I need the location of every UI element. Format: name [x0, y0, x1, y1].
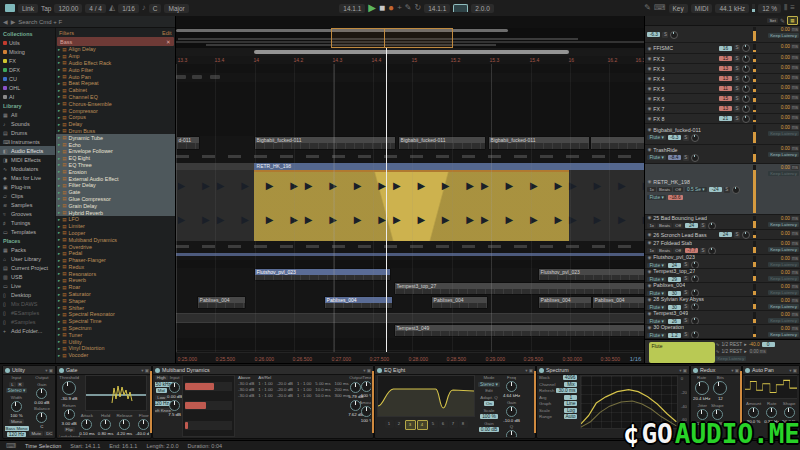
solo-button[interactable]: S — [683, 276, 689, 282]
device-item-filter-delay[interactable]: ▸▤Filter Delay — [56, 182, 175, 189]
clip-pablixes-004[interactable]: Pablixes_004 — [324, 296, 393, 309]
device-item-dynamic-tube[interactable]: ▸▤Dynamic Tube — [56, 134, 175, 141]
warp-off[interactable]: Off — [673, 248, 683, 253]
device-item-grain-delay[interactable]: ▸▤Grain Delay — [56, 202, 175, 209]
track-delay-value[interactable]: 0.00 — [781, 216, 790, 221]
play-button[interactable]: ▶ — [368, 3, 376, 13]
eq-band-8[interactable]: 8 — [459, 420, 468, 428]
track-activator-icon[interactable]: ◉ — [647, 56, 651, 61]
place-item-user-library[interactable]: ⌂User Library — [0, 254, 55, 263]
keep-latency-button[interactable]: Keep Latency — [768, 332, 799, 337]
value-mix[interactable]: Mix — [564, 382, 577, 387]
loop-region[interactable] — [254, 50, 569, 54]
track-volume[interactable]: 29 — [668, 277, 681, 282]
dropdown-stereo[interactable]: Stereo ▾ — [478, 382, 500, 387]
track-delay-value[interactable]: 0.00 — [781, 284, 790, 289]
clip-bigbabii-fucked-011[interactable]: Bigbabii_fucked-011 — [398, 136, 486, 150]
device-activator-toggle[interactable] — [155, 368, 160, 373]
solo-button[interactable]: S — [683, 262, 689, 268]
threshold-knob[interactable] — [62, 381, 76, 395]
time-ruler[interactable]: 1/16 0:25.0000:25.5000:26.0000:26.5000:2… — [176, 352, 645, 363]
mixer-track-fx-5[interactable]: ◉FX 511S0.00ms — [645, 84, 800, 94]
device-item-spectral-time[interactable]: ▸▤Spectral Time — [56, 318, 175, 325]
device-item-chorus-ensemble[interactable]: ▸▤Chorus-Ensemble — [56, 100, 175, 107]
device-item-delay[interactable]: ▸▤Delay — [56, 121, 175, 128]
value-0-00-db[interactable]: 0.00 dB — [479, 427, 500, 432]
warp-beats[interactable]: Beats — [657, 223, 672, 228]
loop-switch[interactable] — [453, 4, 468, 12]
sidebar-item-max-for-live[interactable]: ◈Max for Live — [0, 173, 55, 182]
device-item-shaper[interactable]: ▸▤Shaper — [56, 297, 175, 304]
main-delay-value[interactable]: 0.00 ms — [749, 349, 767, 354]
track-volume[interactable]: 24 — [719, 232, 732, 237]
track-activator-icon[interactable]: ◉ — [647, 116, 651, 121]
track-delay-unit[interactable]: ms — [791, 146, 799, 151]
sidebar-item-sounds[interactable]: ♪Sounds — [0, 119, 55, 128]
back-icon[interactable]: ◀ — [3, 18, 8, 25]
track-activator-icon[interactable]: ◉ — [647, 66, 651, 71]
device-item-eq-three[interactable]: ▸▤EQ Three — [56, 162, 175, 169]
device-activator-toggle[interactable] — [59, 368, 64, 373]
device-item-auto-pan[interactable]: ▸▤Auto Pan — [56, 73, 175, 80]
track-volume[interactable]: 16 — [719, 46, 732, 51]
device-item-reverb[interactable]: ▸▤Reverb — [56, 277, 175, 284]
keep-latency-button[interactable]: Keep Latency — [768, 171, 799, 176]
track-chooser[interactable]: 0.5 Se ▾ — [685, 187, 707, 192]
track-volume[interactable]: 13 — [719, 106, 732, 111]
device-item-hybrid-reverb[interactable]: ▸▤Hybrid Reverb — [56, 209, 175, 216]
release-knob[interactable] — [119, 419, 130, 430]
mixer-track-flutshov-pvl-023[interactable]: ◉Flutshov_pvl_023Flute ▾24S0.00msKeep La… — [645, 255, 800, 269]
warp-off[interactable]: Off — [673, 187, 683, 192]
device-item-align-delay[interactable]: ▸▤Align Delay — [56, 46, 175, 53]
pan-knob[interactable] — [742, 44, 750, 52]
track-delay-unit[interactable]: ms — [791, 44, 799, 49]
track-activator-icon[interactable]: ◉ — [647, 283, 651, 288]
re-enable-automation-icon[interactable]: ↻ — [415, 3, 422, 13]
track-activator-icon[interactable]: ◉ — [647, 240, 651, 245]
set-button[interactable]: Set — [767, 18, 778, 23]
track-delay-unit[interactable]: ms — [791, 75, 799, 80]
pan-knob[interactable] — [742, 115, 750, 123]
main-track-chooser[interactable]: Flute — [651, 343, 662, 349]
pan-knob[interactable] — [742, 95, 750, 103]
track-activator-icon[interactable]: ◉ — [647, 215, 651, 220]
keep-latency-button[interactable]: Keep Latency — [715, 356, 746, 361]
track-activator-icon[interactable]: ◉ — [647, 255, 651, 260]
device-item-multiband-dynamics[interactable]: ▸▤Multiband Dynamics — [56, 236, 175, 243]
hold-knob[interactable] — [100, 419, 111, 430]
place-item-live[interactable]: ▭Live — [0, 281, 55, 290]
keep-latency-button[interactable]: Keep Latency — [768, 290, 799, 295]
pan-knob[interactable] — [742, 55, 750, 63]
track-volume[interactable]: -7.7 — [685, 248, 698, 253]
device-item-shifter[interactable]: ▸▤Shifter — [56, 304, 175, 311]
track-delay-unit[interactable]: ms — [791, 241, 799, 246]
clip-pablixes-004[interactable]: Pablixes_004 — [592, 296, 645, 309]
arrangement-position-field[interactable]: 14.1.1 — [339, 4, 365, 13]
mixer-track-25-bad-bouncing-lead[interactable]: ◉25 Bad Bouncing Lead1xBeatsOff24S0.00ms… — [645, 215, 800, 230]
link-button[interactable]: Link — [18, 4, 38, 13]
clip-bigbabii-fucked-011[interactable]: Bigbabii_fucked-011 — [254, 136, 396, 150]
tap-tempo-button[interactable]: Tap — [41, 5, 51, 12]
stop-button[interactable]: ■ — [379, 3, 385, 13]
track-delay-unit[interactable]: ms — [791, 65, 799, 70]
track-activator-icon[interactable]: ◉ — [647, 311, 651, 316]
pan-knob[interactable] — [708, 247, 716, 255]
metronome-icon[interactable]: ◭ — [109, 3, 115, 13]
track-delay-value[interactable]: 0.00 — [781, 298, 790, 303]
scale-root-menu[interactable]: C — [149, 4, 162, 13]
pan-knob[interactable] — [670, 31, 678, 39]
device-item-gate[interactable]: ▸▤Gate — [56, 189, 175, 196]
param-knob[interactable] — [169, 400, 180, 411]
track-activator-icon[interactable]: ◉ — [647, 147, 651, 152]
device-item-redux[interactable]: ▸▤Redux — [56, 264, 175, 271]
track-chooser[interactable]: Flute ▾ — [647, 291, 665, 296]
mixer-track-fx-8[interactable]: ◉FX 821S0.00ms — [645, 114, 800, 124]
track-volume[interactable]: 21 — [719, 116, 732, 121]
track-activator-icon[interactable]: ◉ — [647, 269, 651, 274]
track-delay-unit[interactable]: ms — [791, 231, 799, 236]
track-delay-unit[interactable]: ms — [791, 165, 799, 170]
device-item-overdrive[interactable]: ▸▤Overdrive — [56, 243, 175, 250]
track-activator-icon[interactable]: ◉ — [647, 232, 651, 237]
device-activator-toggle[interactable] — [377, 368, 382, 373]
pan-knob[interactable] — [691, 331, 699, 338]
